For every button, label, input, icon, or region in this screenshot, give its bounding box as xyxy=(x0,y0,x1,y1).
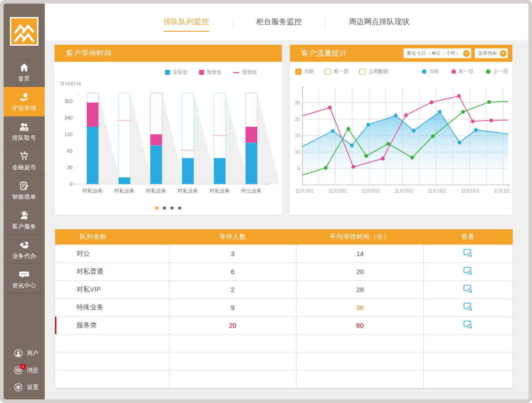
svg-text:11月15日: 11月15日 xyxy=(461,189,480,193)
table-empty-row xyxy=(55,370,513,388)
document-magnifier-icon xyxy=(463,320,473,329)
chevron-down-icon: ▾ xyxy=(463,50,470,57)
view-button[interactable] xyxy=(463,320,473,329)
view-button[interactable] xyxy=(463,249,473,257)
queue-name-cell: 服务类 xyxy=(55,316,169,334)
sidebar-item-label: 资讯中心 xyxy=(12,282,36,290)
checkbox-box[interactable]: ✓ xyxy=(295,69,302,75)
checkbox-label: 前一日 xyxy=(334,68,349,75)
avg-wait-cell: 36 xyxy=(297,298,424,316)
svg-text:240: 240 xyxy=(64,115,72,120)
legend-item: 前一日 xyxy=(451,68,473,75)
sidebar-item-hall[interactable]: 厅堂管理 xyxy=(4,87,45,116)
table-header-4: 查看 xyxy=(424,229,513,244)
app-window: 首页厅堂管理排队取号$金融超市智能填单客户服务业务代办资讯中心 用户1消息设置 … xyxy=(4,4,528,399)
topbar: 排队队列监控柜台服务监控周边网点排队现状 xyxy=(45,4,528,40)
svg-text:60: 60 xyxy=(67,148,72,154)
sidebar-item-label: 业务代办 xyxy=(12,252,36,260)
legend-item: 预警值 xyxy=(199,69,221,76)
checkbox-2[interactable]: 前一日 xyxy=(325,68,349,75)
sidebar-item-service[interactable]: 客户服务 xyxy=(4,205,45,235)
message-badge: 1 xyxy=(20,364,26,369)
legend-label: 上一周 xyxy=(493,68,508,75)
data-point xyxy=(328,106,332,109)
handshake-icon xyxy=(18,239,30,251)
tab-1[interactable]: 排队队列监控 xyxy=(164,17,209,32)
avg-wait-cell: 20 xyxy=(297,262,424,280)
empty-cell xyxy=(297,370,424,388)
legend-label: 预警线 xyxy=(242,69,257,76)
data-point xyxy=(474,128,478,132)
pagination-dot-3[interactable] xyxy=(170,206,174,210)
dropdown-label: 最近七日（单位：小时） xyxy=(407,48,461,58)
cart-icon: $ xyxy=(18,150,30,162)
service-icon xyxy=(18,210,30,221)
data-point xyxy=(324,166,328,170)
pagination-dot-1[interactable] xyxy=(155,206,158,210)
sidebar-item-label: 首页 xyxy=(18,75,30,83)
checkbox-3[interactable]: 上周数据 xyxy=(359,68,388,75)
dropdown-2[interactable]: 选择指标▾ xyxy=(475,48,508,58)
sidebar-item-agency[interactable]: 业务代办 xyxy=(4,235,45,264)
pagination-dot-2[interactable] xyxy=(163,206,166,210)
empty-cell xyxy=(169,370,297,388)
tab-2[interactable]: 柜台服务监控 xyxy=(256,17,302,32)
data-point xyxy=(438,110,442,114)
view-button[interactable] xyxy=(463,284,473,293)
sidebar-item-market[interactable]: $金融超市 xyxy=(4,146,45,176)
svg-text:10: 10 xyxy=(295,150,300,154)
view-button[interactable] xyxy=(463,266,473,275)
chat-icon xyxy=(18,269,30,280)
sidebar-footer-message[interactable]: 1消息 xyxy=(4,362,45,379)
pagination-dots xyxy=(155,206,181,210)
checkbox-box[interactable] xyxy=(359,69,366,75)
view-button[interactable] xyxy=(463,302,473,311)
queue-name-cell: 对私VIP xyxy=(55,280,169,298)
sidebar-footer-user[interactable]: 用户 xyxy=(4,345,45,362)
checkbox-1[interactable]: ✓当前 xyxy=(295,68,314,75)
legend-label: 预警值 xyxy=(207,69,221,76)
gear-icon xyxy=(13,382,23,392)
sidebar-item-queue[interactable]: 排队取号 xyxy=(4,116,45,146)
flow-line-chart: 51015202511月15日11月15日11月15日11月15日11月15日1… xyxy=(293,84,510,197)
wait-time-panel: 客户等待时间 实际值预警值预警线 等待时间 *03060120240300对私业… xyxy=(55,45,282,215)
checkbox-box[interactable] xyxy=(325,69,331,75)
pagination-dot-4[interactable] xyxy=(178,206,181,210)
svg-text:11月15日: 11月15日 xyxy=(395,189,413,193)
data-point xyxy=(461,110,465,114)
svg-text:*: * xyxy=(78,92,80,97)
sidebar-item-home[interactable]: 首页 xyxy=(4,57,45,87)
sidebar-footer: 用户1消息设置 xyxy=(4,345,45,396)
dropdown-1[interactable]: 最近七日（单位：小时）▾ xyxy=(404,48,471,58)
table-header-3: 平均等待时间（分） xyxy=(297,229,424,244)
data-point xyxy=(350,144,353,147)
legend-swatch xyxy=(233,72,239,73)
data-point xyxy=(431,134,434,138)
data-point xyxy=(381,157,384,160)
legend-item: 实际值 xyxy=(165,69,187,76)
empty-cell xyxy=(424,352,513,370)
sidebar: 首页厅堂管理排队取号$金融超市智能填单客户服务业务代办资讯中心 用户1消息设置 xyxy=(4,4,45,399)
tab-3[interactable]: 周边网点排队现状 xyxy=(349,17,410,32)
queue-table: 队列名称等待人数平均等待时间（分）查看 对公314对私普通620对私VIP228… xyxy=(55,229,513,388)
waiting-count-cell: 2 xyxy=(169,280,297,298)
avg-wait-cell: 28 xyxy=(297,280,424,298)
waiting-count-cell: 9 xyxy=(169,298,297,316)
empty-cell xyxy=(169,334,297,352)
user-icon xyxy=(13,348,23,358)
document-magnifier-icon xyxy=(463,284,473,293)
empty-cell xyxy=(297,334,424,352)
data-point xyxy=(458,141,461,144)
sidebar-item-news[interactable]: 资讯中心 xyxy=(4,264,45,294)
svg-text:0: 0 xyxy=(70,181,72,187)
sidebar-item-form[interactable]: 智能填单 xyxy=(4,176,45,205)
legend-swatch xyxy=(165,70,170,75)
table-row: 特殊业务936 xyxy=(55,298,513,316)
wait-time-bar-chart: *03060120240300对私业务对私业务对私业务对私业务对私业务对公业务 xyxy=(55,77,282,198)
view-cell xyxy=(424,244,513,262)
legend-swatch xyxy=(199,70,204,75)
sidebar-footer-settings[interactable]: 设置 xyxy=(4,379,45,396)
svg-text:120: 120 xyxy=(64,132,72,137)
empty-cell xyxy=(55,334,169,352)
data-point xyxy=(487,100,491,104)
